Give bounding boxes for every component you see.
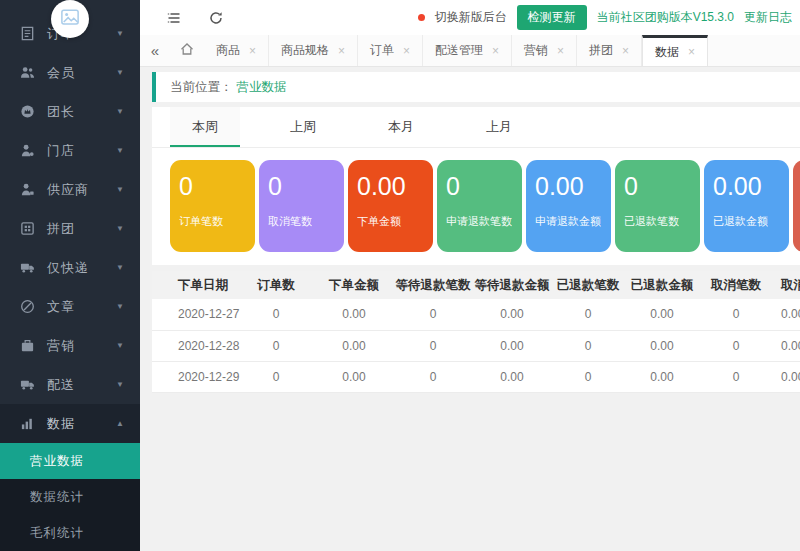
stats-panel: 本周 上周 本月 上月 0 订单笔数 0 取消笔数 0.00 下单金额 <box>152 107 800 265</box>
cell: 0.00 <box>773 299 800 330</box>
cell-date: 2020-12-27 <box>152 299 237 330</box>
submenu-item-gross-profit-stats[interactable]: 毛利统计 <box>0 515 140 551</box>
col-header: 取消笔数 <box>699 271 773 299</box>
filter-tab-last-week[interactable]: 上周 <box>268 107 338 147</box>
stat-label: 已退款笔数 <box>624 214 691 229</box>
sidebar-item-label: 配送 <box>47 376 75 394</box>
stat-card-refund-request-amount: 0.00 申请退款金额 <box>526 160 611 252</box>
check-update-button[interactable]: 检测更新 <box>517 5 587 30</box>
cell: 0 <box>699 299 773 330</box>
stat-value: 0 <box>179 171 246 201</box>
cell: 0 <box>699 361 773 392</box>
filter-tab-last-month[interactable]: 上月 <box>464 107 534 147</box>
stat-card-refund-request-count: 0 申请退款笔数 <box>437 160 522 252</box>
refresh-icon[interactable] <box>208 10 224 26</box>
tab-marketing[interactable]: 营销× <box>512 35 577 66</box>
breadcrumb-prefix: 当前位置： <box>170 79 233 96</box>
close-icon[interactable]: × <box>249 44 256 58</box>
close-icon[interactable]: × <box>688 45 695 59</box>
cell: 0.00 <box>315 361 393 392</box>
admin-dashboard: 订单 ▼ 会员 ▼ 团长 ▼ 门店 ▼ 供应商 ▼ <box>0 0 800 551</box>
members-icon <box>20 65 36 81</box>
close-icon[interactable]: × <box>403 44 410 58</box>
cell: 0.00 <box>625 361 699 392</box>
stat-value: 0 <box>268 171 335 201</box>
sidebar-item-groupbuy[interactable]: 拼团 ▼ <box>0 209 140 248</box>
sidebar: 订单 ▼ 会员 ▼ 团长 ▼ 门店 ▼ 供应商 ▼ <box>0 0 140 551</box>
close-icon[interactable]: × <box>338 44 345 58</box>
tab-orders[interactable]: 订单× <box>358 35 423 66</box>
stat-cards: 0 订单笔数 0 取消笔数 0.00 下单金额 0 申请退款笔数 0.00 <box>152 148 800 265</box>
main-content: 当前位置： 营业数据 本周 上周 本月 上月 0 订单笔数 0 取消笔数 <box>140 67 800 551</box>
sidebar-item-members[interactable]: 会员 ▼ <box>0 53 140 92</box>
caret-down-icon: ▼ <box>116 68 124 77</box>
leader-icon <box>20 104 36 120</box>
avatar[interactable] <box>51 0 89 38</box>
cell: 0 <box>393 361 473 392</box>
cell: 0.00 <box>315 299 393 330</box>
stat-card-order-amount: 0.00 下单金额 <box>348 160 433 252</box>
sidebar-item-data[interactable]: 数据 ▲ <box>0 404 140 443</box>
cell: 0 <box>237 299 315 330</box>
caret-down-icon: ▼ <box>116 341 124 350</box>
sidebar-item-suppliers[interactable]: 供应商 ▼ <box>0 170 140 209</box>
submenu-item-business-data[interactable]: 营业数据 <box>0 443 140 479</box>
col-header: 下单日期 <box>152 271 237 299</box>
period-filter-tabs: 本周 上周 本月 上月 <box>152 107 800 148</box>
cell: 0.00 <box>773 361 800 392</box>
sidebar-item-delivery[interactable]: 配送 ▼ <box>0 365 140 404</box>
tab-label: 数据 <box>655 44 679 61</box>
sidebar-item-label: 拼团 <box>47 220 75 238</box>
close-icon[interactable]: × <box>622 44 629 58</box>
cell: 0.00 <box>625 299 699 330</box>
table-row: 2020-12-28 0 0.00 0 0.00 0 0.00 0 0.00 <box>152 330 800 361</box>
delivery-truck-icon <box>20 377 36 393</box>
sidebar-toggle-icon[interactable] <box>166 10 182 26</box>
changelog-link[interactable]: 更新日志 <box>744 9 792 26</box>
topbar: 切换新版后台 检测更新 当前社区团购版本V15.3.0 更新日志 <box>140 0 800 35</box>
sidebar-item-leader[interactable]: 团长 ▼ <box>0 92 140 131</box>
switch-backend-link[interactable]: 切换新版后台 <box>435 9 507 26</box>
caret-down-icon: ▼ <box>116 380 124 389</box>
tab-goods-spec[interactable]: 商品规格× <box>269 35 358 66</box>
topbar-tools <box>140 10 224 26</box>
tab-data[interactable]: 数据× <box>642 35 708 66</box>
tab-goods[interactable]: 商品× <box>204 35 269 66</box>
cell: 0 <box>699 330 773 361</box>
filter-tab-this-month[interactable]: 本月 <box>366 107 436 147</box>
table-row: 2020-12-27 0 0.00 0 0.00 0 0.00 0 0.00 <box>152 299 800 330</box>
sidebar-item-label: 门店 <box>47 142 75 160</box>
sidebar-item-stores[interactable]: 门店 ▼ <box>0 131 140 170</box>
sidebar-item-label: 仅快递 <box>47 259 89 277</box>
tab-groupbuy[interactable]: 拼团× <box>577 35 642 66</box>
stat-value: 0.00 <box>535 171 602 201</box>
groupbuy-icon <box>20 221 36 237</box>
stat-card-order-count: 0 订单笔数 <box>170 160 255 252</box>
sidebar-item-articles[interactable]: 文章 ▼ <box>0 287 140 326</box>
stat-value: 0 <box>624 171 691 201</box>
sidebar-item-label: 团长 <box>47 103 75 121</box>
breadcrumb: 当前位置： 营业数据 <box>152 72 800 102</box>
submenu-item-data-stats[interactable]: 数据统计 <box>0 479 140 515</box>
collapse-tabs-icon[interactable]: « <box>140 35 170 66</box>
image-icon <box>60 7 80 31</box>
sidebar-item-express[interactable]: 仅快递 ▼ <box>0 248 140 287</box>
breadcrumb-current-link[interactable]: 营业数据 <box>237 79 287 96</box>
col-header: 等待退款笔数 <box>393 271 473 299</box>
tab-delivery-mgmt[interactable]: 配送管理× <box>423 35 512 66</box>
caret-down-icon: ▼ <box>116 29 124 38</box>
caret-down-icon: ▼ <box>116 302 124 311</box>
caret-down-icon: ▼ <box>116 224 124 233</box>
tab-label: 订单 <box>370 42 394 59</box>
cell-date: 2020-12-28 <box>152 330 237 361</box>
sidebar-item-label: 供应商 <box>47 181 89 199</box>
filter-tab-this-week[interactable]: 本周 <box>170 107 240 147</box>
business-data-table: 下单日期 订单数 下单金额 等待退款笔数 等待退款金额 已退款笔数 已退款金额 … <box>152 271 800 393</box>
supplier-icon <box>20 182 36 198</box>
sidebar-item-marketing[interactable]: 营销 ▼ <box>0 326 140 365</box>
home-tab[interactable] <box>170 35 204 66</box>
close-icon[interactable]: × <box>557 44 564 58</box>
topbar-right: 切换新版后台 检测更新 当前社区团购版本V15.3.0 更新日志 <box>418 5 800 30</box>
stat-card-refunded-count: 0 已退款笔数 <box>615 160 700 252</box>
close-icon[interactable]: × <box>492 44 499 58</box>
